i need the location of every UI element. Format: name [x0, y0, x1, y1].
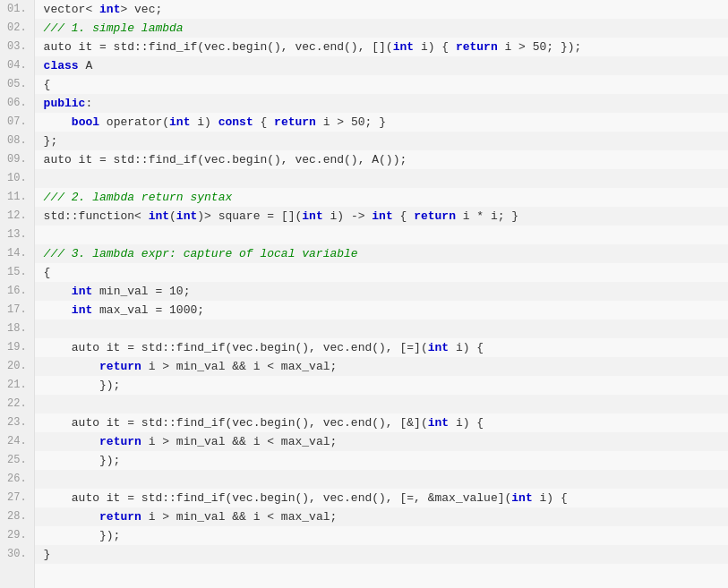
- code-text: auto it = std::find_if(vec.begin(), vec.…: [44, 416, 428, 430]
- code-text: [44, 285, 72, 298]
- code-text: i) ->: [323, 209, 373, 223]
- line-number: 23.: [7, 413, 27, 432]
- line-number: 30.: [7, 545, 27, 564]
- keyword: int: [302, 209, 322, 223]
- code-line: return i > min_val && i < max_val;: [35, 507, 728, 526]
- code-text: });: [44, 379, 121, 392]
- line-numbers: 01.02.03.04.05.06.07.08.09.10.11.12.13.1…: [0, 0, 35, 588]
- line-number: 09.: [7, 150, 27, 169]
- keyword: int: [511, 491, 532, 505]
- line-number: 08.: [7, 132, 27, 150]
- code-line: return i > min_val && i < max_val;: [35, 432, 728, 451]
- code-line: int max_val = 1000;: [35, 301, 728, 320]
- code-line: int min_val = 10;: [35, 282, 728, 301]
- line-number: 17.: [7, 301, 27, 320]
- code-line: });: [35, 526, 728, 545]
- line-number: 01.: [7, 0, 27, 19]
- code-text: A: [79, 59, 93, 72]
- keyword: bool: [72, 115, 99, 129]
- line-number: 28.: [7, 507, 27, 526]
- code-area: vector< int> vec;/// 1. simple lambdaaut…: [35, 0, 728, 588]
- keyword: int: [169, 115, 190, 129]
- line-number: 07.: [7, 113, 27, 132]
- code-text: {: [393, 209, 414, 223]
- line-number: 02.: [7, 19, 27, 38]
- code-text: i > min_val && i < max_val;: [141, 360, 337, 373]
- keyword: int: [372, 209, 392, 223]
- line-number: 20.: [7, 357, 27, 376]
- code-text: [44, 303, 72, 317]
- code-text: [44, 360, 99, 373]
- line-number: 16.: [7, 282, 27, 301]
- code-line: /// 1. simple lambda: [35, 19, 728, 38]
- code-line: [35, 226, 728, 244]
- code-text: min_val = 10;: [92, 285, 190, 298]
- line-number: 10.: [7, 169, 27, 188]
- code-line: {: [35, 75, 728, 94]
- keyword: public: [44, 97, 86, 110]
- keyword: int: [428, 341, 449, 354]
- keyword: class: [44, 59, 79, 72]
- code-line: vector< int> vec;: [35, 0, 728, 19]
- line-number: 14.: [7, 244, 27, 263]
- code-line: auto it = std::find_if(vec.begin(), vec.…: [35, 413, 728, 432]
- code-text: std::function<: [44, 209, 149, 223]
- code-line: [35, 470, 728, 489]
- code-line: auto it = std::find_if(vec.begin(), vec.…: [35, 38, 728, 56]
- keyword: int: [72, 285, 92, 298]
- keyword: int: [428, 416, 449, 430]
- comment: /// 3. lambda expr: capture of local var…: [44, 247, 358, 260]
- code-line: /// 2. lambda return syntax: [35, 188, 728, 207]
- line-number: 11.: [7, 188, 27, 207]
- code-line: std::function< int(int)> square = [](int…: [35, 207, 728, 226]
- code-line: [35, 320, 728, 338]
- code-container: 01.02.03.04.05.06.07.08.09.10.11.12.13.1…: [0, 0, 728, 588]
- keyword: return: [456, 40, 498, 54]
- code-text: i > min_val && i < max_val;: [141, 510, 337, 524]
- line-number: 12.: [7, 207, 27, 226]
- code-line: };: [35, 132, 728, 150]
- keyword: return: [99, 360, 141, 373]
- code-text: i) {: [449, 416, 484, 430]
- comment: /// 1. simple lambda: [44, 21, 184, 35]
- comment: /// 2. lambda return syntax: [44, 191, 233, 204]
- code-text: {: [44, 78, 51, 91]
- keyword: int: [72, 303, 92, 317]
- code-text: max_val = 1000;: [92, 303, 204, 317]
- code-text: vector<: [44, 3, 99, 16]
- keyword: return: [99, 510, 141, 524]
- code-text: (: [169, 209, 176, 223]
- line-number: 03.: [7, 38, 27, 56]
- code-line: bool operator(int i) const { return i > …: [35, 113, 728, 132]
- code-text: )> square = [](: [197, 209, 302, 223]
- line-number: 27.: [7, 489, 27, 507]
- code-text: i) {: [414, 40, 456, 54]
- line-number: 26.: [7, 470, 27, 489]
- code-text: i) {: [449, 341, 484, 354]
- code-text: i) {: [533, 491, 568, 505]
- line-number: 24.: [7, 432, 27, 451]
- code-text: });: [44, 529, 121, 542]
- code-text: i * i; }: [456, 209, 518, 223]
- line-number: 19.: [7, 338, 27, 357]
- code-text: i): [190, 115, 218, 129]
- code-text: auto it = std::find_if(vec.begin(), vec.…: [44, 341, 428, 354]
- code-line: [35, 169, 728, 188]
- code-text: auto it = std::find_if(vec.begin(), vec.…: [44, 153, 407, 166]
- line-number: 18.: [7, 320, 27, 338]
- code-text: [44, 510, 99, 524]
- keyword: int: [393, 40, 414, 54]
- keyword: int: [149, 209, 169, 223]
- code-text: i > 50; });: [498, 40, 582, 54]
- code-line: [35, 395, 728, 413]
- line-number: 15.: [7, 263, 27, 282]
- code-text: [44, 115, 72, 129]
- code-line: {: [35, 263, 728, 282]
- code-text: {: [44, 266, 51, 279]
- keyword: int: [176, 209, 197, 223]
- code-text: }: [44, 548, 51, 561]
- code-line: return i > min_val && i < max_val;: [35, 357, 728, 376]
- line-number: 29.: [7, 526, 27, 545]
- line-number: 05.: [7, 75, 27, 94]
- code-line: auto it = std::find_if(vec.begin(), vec.…: [35, 150, 728, 169]
